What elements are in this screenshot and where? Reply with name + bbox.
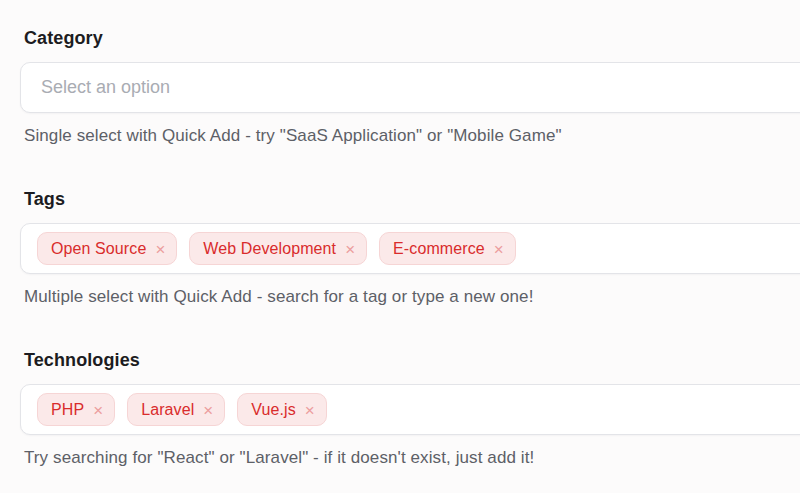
field-tags: Tags Open Source × Web Development × E-c… [0, 189, 800, 307]
tag-pill: Laravel × [127, 393, 225, 426]
technologies-label: Technologies [24, 350, 800, 370]
remove-tag-icon[interactable]: × [203, 401, 213, 419]
field-technologies: Technologies PHP × Laravel × Vue.js × Tr… [0, 350, 800, 468]
category-placeholder: Select an option [41, 77, 170, 98]
tag-pill: Web Development × [189, 232, 367, 265]
tags-label: Tags [24, 189, 800, 209]
category-label: Category [24, 28, 800, 48]
remove-tag-icon[interactable]: × [305, 401, 315, 419]
category-select[interactable]: Select an option [20, 62, 800, 113]
remove-tag-icon[interactable]: × [345, 240, 355, 258]
remove-tag-icon[interactable]: × [494, 240, 504, 258]
tags-pill-row: Open Source × Web Development × E-commer… [37, 232, 516, 265]
tag-pill-label: Open Source [51, 240, 146, 258]
field-category: Category Select an option Single select … [0, 28, 800, 146]
tags-select[interactable]: Open Source × Web Development × E-commer… [20, 223, 800, 274]
tag-pill: E-commerce × [379, 232, 516, 265]
tag-pill: Vue.js × [237, 393, 326, 426]
technologies-pill-row: PHP × Laravel × Vue.js × [37, 393, 327, 426]
remove-tag-icon[interactable]: × [155, 240, 165, 258]
remove-tag-icon[interactable]: × [93, 401, 103, 419]
tag-pill: PHP × [37, 393, 115, 426]
technologies-select[interactable]: PHP × Laravel × Vue.js × [20, 384, 800, 435]
category-helper-text: Single select with Quick Add - try "SaaS… [24, 126, 800, 146]
tag-pill: Open Source × [37, 232, 177, 265]
tag-pill-label: Laravel [141, 401, 194, 419]
tag-pill-label: E-commerce [393, 240, 485, 258]
tag-pill-label: Vue.js [251, 401, 295, 419]
tags-helper-text: Multiple select with Quick Add - search … [24, 287, 800, 307]
tag-pill-label: Web Development [203, 240, 336, 258]
technologies-helper-text: Try searching for "React" or "Laravel" -… [24, 448, 800, 468]
tag-pill-label: PHP [51, 401, 84, 419]
form-panel: Category Select an option Single select … [0, 0, 800, 493]
